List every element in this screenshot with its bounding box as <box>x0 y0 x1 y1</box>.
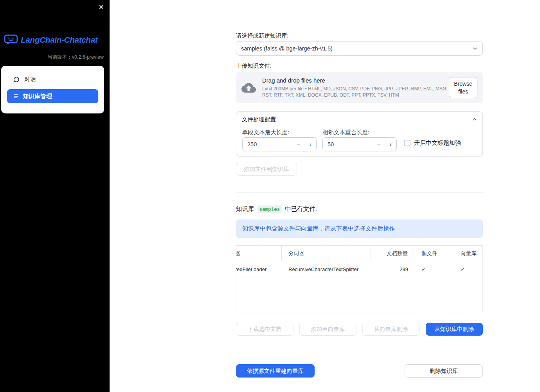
cell-doc-count: 299 <box>371 261 414 277</box>
cell-loader-text: redFileLoader <box>236 266 266 272</box>
file-actions-row: 下载选中文档 添加至向量库 从向量库删除 从知识库中删除 <box>236 323 483 336</box>
cloud-upload-icon <box>241 82 256 94</box>
expander-title: 文件处理配置 <box>242 116 276 123</box>
overlap-label: 相邻文本重合长度: <box>322 129 369 136</box>
delete-from-kb-button[interactable]: 从知识库中删除 <box>426 323 483 336</box>
app-logo: LangChain-Chatchat <box>4 34 97 45</box>
upload-limit-text: Limit 200MB per file • HTML, MD, JSON, C… <box>262 86 449 98</box>
remove-from-vector-store-button[interactable]: 从向量库删除 <box>362 323 420 336</box>
sidebar-item-knowledge-base[interactable]: 知识库管理 <box>7 89 98 103</box>
checkbox-label: 开启中文标题加强 <box>414 139 461 147</box>
cell-vector-check: ✓ <box>453 261 482 277</box>
logo-chat-bubble-icon <box>4 34 18 45</box>
delete-kb-button[interactable]: 删除知识库 <box>405 364 483 378</box>
kb-select-label: 请选择或新建知识库: <box>236 32 289 40</box>
col-header-splitter[interactable]: 分词器 <box>282 246 371 261</box>
checkbox-box[interactable] <box>404 140 410 146</box>
table-row[interactable]: redFileLoader RecursiveCharacterTextSpli… <box>236 261 482 277</box>
chevron-up-icon <box>472 117 477 122</box>
col-header-doc-count[interactable]: 文档数量 <box>371 246 414 261</box>
dropzone-texts: Drag and drop files here Limit 200MB per… <box>262 77 449 98</box>
add-files-to-kb-button[interactable]: 添加文件到知识库 <box>236 163 297 176</box>
max-length-input[interactable]: 250 − + <box>242 137 317 151</box>
list-icon <box>13 93 19 99</box>
cell-splitter: RecursiveCharacterTextSplitter <box>282 261 371 277</box>
minus-icon[interactable]: − <box>373 141 385 148</box>
max-length-value[interactable]: 250 <box>243 141 293 147</box>
chat-bubble-icon <box>13 76 20 83</box>
overlap-value[interactable]: 50 <box>323 141 373 147</box>
browse-files-button[interactable]: Browse files <box>449 77 477 99</box>
cell-loader: redFileLoader <box>236 261 282 277</box>
kb-name-code: samples <box>257 205 282 213</box>
heading-suffix: 中已有文件: <box>285 205 317 213</box>
plus-icon[interactable]: + <box>385 141 396 148</box>
divider <box>236 192 483 192</box>
file-dropzone[interactable]: Drag and drop files here Limit 200MB per… <box>236 72 483 103</box>
sidebar: ✕ LangChain-Chatchat 当前版本：v0.2.6-preview… <box>0 0 110 392</box>
kb-select[interactable]: samples (faiss @ bge-large-zh-v1.5) <box>236 41 483 56</box>
version-label: 当前版本：v0.2.6-preview <box>0 54 104 61</box>
files-table[interactable]: 器 分词器 文档数量 源文件 向量库 redFileLoader Recursi… <box>236 245 483 313</box>
col-header-text: 器 <box>236 250 241 257</box>
chevron-down-icon <box>472 46 478 51</box>
info-banner: 知识库中包含源文件与向量库，请从下表中选择文件后操作 <box>236 219 483 238</box>
minus-icon[interactable]: − <box>293 141 304 148</box>
existing-files-heading: 知识库 samples 中已有文件: <box>236 205 317 213</box>
overlap-input[interactable]: 50 − + <box>322 137 397 151</box>
col-header-vector-store[interactable]: 向量库 <box>453 246 482 261</box>
zh-title-enhance-checkbox[interactable]: 开启中文标题加强 <box>404 139 461 147</box>
sidebar-nav: 对话 知识库管理 <box>1 66 104 113</box>
expander-header[interactable]: 文件处理配置 <box>236 112 482 127</box>
download-selected-button[interactable]: 下载选中文档 <box>236 323 293 336</box>
col-header-source-file[interactable]: 源文件 <box>414 246 453 261</box>
rebuild-vector-store-button[interactable]: 依据源文件重建向量库 <box>236 364 315 378</box>
main-content: 请选择或新建知识库: samples (faiss @ bge-large-zh… <box>236 0 483 392</box>
close-icon[interactable]: ✕ <box>99 3 104 11</box>
max-length-label: 单段文本最大长度: <box>242 129 289 136</box>
cell-source-check: ✓ <box>414 261 453 277</box>
info-text: 知识库中包含源文件与向量库，请从下表中选择文件后操作 <box>242 225 395 232</box>
divider <box>236 351 483 351</box>
upload-label: 上传知识文件: <box>236 62 272 70</box>
kb-select-value: samples (faiss @ bge-large-zh-v1.5) <box>241 45 333 52</box>
add-to-vector-store-button[interactable]: 添加至向量库 <box>299 323 357 336</box>
sidebar-item-chat-label: 对话 <box>24 76 36 83</box>
file-config-expander: 文件处理配置 单段文本最大长度: 相邻文本重合长度: 250 − + 50 − … <box>236 111 483 156</box>
table-header-row: 器 分词器 文档数量 源文件 向量库 <box>236 246 482 261</box>
sidebar-item-kb-label: 知识库管理 <box>23 93 52 100</box>
col-header-loader[interactable]: 器 <box>236 246 282 261</box>
drag-drop-text: Drag and drop files here <box>262 77 449 84</box>
sidebar-item-chat[interactable]: 对话 <box>7 72 98 87</box>
plus-icon[interactable]: + <box>304 141 316 148</box>
logo-text: LangChain-Chatchat <box>21 35 97 45</box>
heading-prefix: 知识库 <box>236 205 254 213</box>
